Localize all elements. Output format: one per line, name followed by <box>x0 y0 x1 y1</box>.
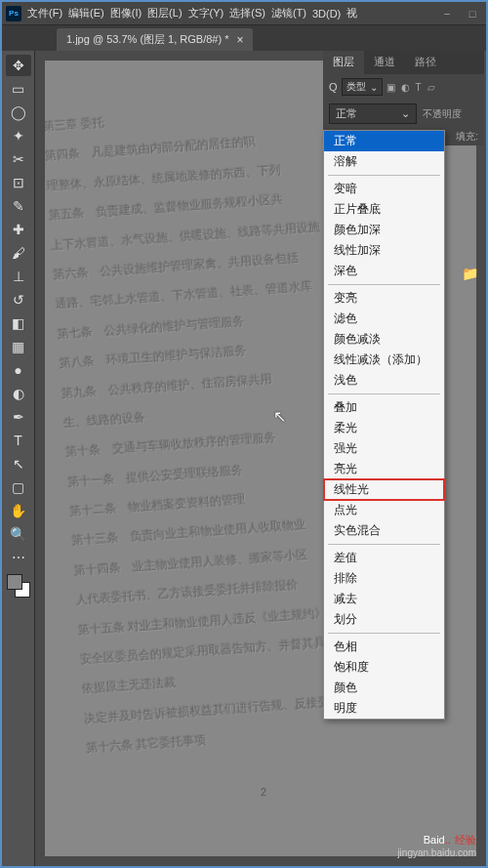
document-tabbar: 1.jpg @ 53.7% (图层 1, RGB/8#) * × <box>2 25 486 51</box>
blend-mode-option[interactable]: 减去 <box>324 589 444 609</box>
menu-3d[interactable]: 3D(D) <box>312 8 341 20</box>
wand-tool[interactable]: ✦ <box>6 125 31 146</box>
menu-view[interactable]: 视 <box>346 6 357 21</box>
blend-mode-option[interactable]: 正片叠底 <box>324 199 444 220</box>
blend-mode-dropdown: 正常溶解变暗正片叠底颜色加深线性加深深色变亮滤色颜色减淡线性减淡（添加）浅色叠加… <box>323 130 445 720</box>
blend-mode-option[interactable]: 变亮 <box>324 288 444 309</box>
maximize-button[interactable]: □ <box>463 8 482 20</box>
move-tool[interactable]: ✥ <box>6 55 31 76</box>
blend-mode-option[interactable]: 实色混合 <box>324 520 444 541</box>
menu-filter[interactable]: 滤镜(T) <box>271 6 306 21</box>
heal-tool[interactable]: ✚ <box>6 219 31 240</box>
tab-close-icon[interactable]: × <box>236 33 243 47</box>
blend-mode-option[interactable]: 强光 <box>324 438 444 459</box>
menu-layer[interactable]: 图层(L) <box>147 6 182 21</box>
blend-mode-option[interactable]: 颜色加深 <box>324 220 444 240</box>
menu-text[interactable]: 文字(Y) <box>188 6 224 21</box>
tools-toolbar: ✥ ▭ ◯ ✦ ✂ ⊡ ✎ ✚ 🖌 ⊥ ↺ ◧ ▦ ● ◐ ✒ T ↖ ▢ ✋ … <box>2 51 35 866</box>
watermark: Baid.. 经验 jingyan.baidu.com <box>397 830 476 858</box>
more-tools[interactable]: ⋯ <box>6 547 31 568</box>
blend-mode-option[interactable]: 溶解 <box>324 151 444 172</box>
blend-mode-option[interactable]: 线性减淡（添加） <box>324 350 444 370</box>
dropdown-separator <box>328 544 440 545</box>
color-swatch[interactable] <box>7 574 30 598</box>
layer-filter-dropdown[interactable]: 类型⌄ <box>342 78 383 96</box>
crop-tool[interactable]: ✂ <box>6 148 31 170</box>
filter-adjust-icon[interactable]: ◐ <box>401 82 410 93</box>
search-icon: Q <box>329 81 338 93</box>
filter-image-icon[interactable]: ▣ <box>386 82 395 93</box>
foreground-swatch[interactable] <box>7 574 22 590</box>
panel-tab-paths[interactable]: 路径 <box>405 51 446 74</box>
lasso-tool[interactable]: ◯ <box>6 102 31 123</box>
filter-type-icon[interactable]: T <box>416 82 422 93</box>
blend-mode-option[interactable]: 深色 <box>324 261 444 281</box>
hand-tool[interactable]: ✋ <box>6 500 31 521</box>
eyedropper-tool[interactable]: ✎ <box>6 195 31 217</box>
blend-mode-option[interactable]: 线性光 <box>324 479 444 500</box>
blend-mode-option[interactable]: 色相 <box>324 637 444 657</box>
blend-mode-option[interactable]: 饱和度 <box>324 657 444 678</box>
dropdown-separator <box>328 633 440 634</box>
blend-mode-option[interactable]: 柔光 <box>324 418 444 438</box>
marquee-tool[interactable]: ▭ <box>6 78 31 100</box>
history-brush-tool[interactable]: ↺ <box>6 289 31 310</box>
blend-mode-option[interactable]: 点光 <box>324 500 444 520</box>
fill-label: 填充: <box>456 130 478 144</box>
brush-tool[interactable]: 🖌 <box>6 242 31 264</box>
blend-mode-option[interactable]: 明度 <box>324 698 444 719</box>
page-number: 2 <box>261 786 266 798</box>
dropdown-separator <box>328 393 440 394</box>
menubar: Ps 文件(F) 编辑(E) 图像(I) 图层(L) 文字(Y) 选择(S) 滤… <box>2 2 486 25</box>
minimize-button[interactable]: − <box>437 8 457 20</box>
menu-select[interactable]: 选择(S) <box>229 6 265 21</box>
blend-mode-option[interactable]: 划分 <box>324 609 444 630</box>
blend-mode-option[interactable]: 差值 <box>324 548 444 568</box>
blend-mode-option[interactable]: 滤色 <box>324 309 444 329</box>
zoom-tool[interactable]: 🔍 <box>6 523 31 545</box>
blur-tool[interactable]: ● <box>6 359 31 381</box>
blend-mode-option[interactable]: 亮光 <box>324 459 444 479</box>
gradient-tool[interactable]: ▦ <box>6 336 31 357</box>
blend-mode-option[interactable]: 浅色 <box>324 370 444 391</box>
panel-tab-layers[interactable]: 图层 <box>323 51 364 74</box>
menu-file[interactable]: 文件(F) <box>27 6 62 21</box>
blend-mode-option[interactable]: 正常 <box>324 131 444 151</box>
pen-tool[interactable]: ✒ <box>6 406 31 428</box>
shape-tool[interactable]: ▢ <box>6 476 31 498</box>
blend-mode-option[interactable]: 叠加 <box>324 397 444 418</box>
tab-title: 1.jpg @ 53.7% (图层 1, RGB/8#) * <box>66 32 228 47</box>
stamp-tool[interactable]: ⊥ <box>6 266 31 287</box>
opacity-label: 不透明度 <box>423 107 462 121</box>
blend-mode-option[interactable]: 颜色减淡 <box>324 329 444 350</box>
frame-tool[interactable]: ⊡ <box>6 172 31 193</box>
filter-shape-icon[interactable]: ▱ <box>427 82 435 93</box>
dropdown-separator <box>328 284 440 285</box>
blend-mode-option[interactable]: 排除 <box>324 568 444 589</box>
panel-tab-channels[interactable]: 通道 <box>364 51 405 74</box>
dodge-tool[interactable]: ◐ <box>6 383 31 404</box>
blend-mode-option[interactable]: 颜色 <box>324 678 444 698</box>
document-tab[interactable]: 1.jpg @ 53.7% (图层 1, RGB/8#) * × <box>57 28 253 51</box>
blend-mode-option[interactable]: 线性加深 <box>324 240 444 261</box>
blend-mode-option[interactable]: 变暗 <box>324 179 444 199</box>
folder-icon[interactable]: 📁 <box>462 266 478 281</box>
menu-edit[interactable]: 编辑(E) <box>68 6 104 21</box>
app-logo: Ps <box>6 6 21 21</box>
type-tool[interactable]: T <box>6 430 31 451</box>
dropdown-separator <box>328 175 440 176</box>
menu-image[interactable]: 图像(I) <box>110 6 142 21</box>
eraser-tool[interactable]: ◧ <box>6 312 31 334</box>
path-tool[interactable]: ↖ <box>6 453 31 475</box>
blend-mode-select[interactable]: 正常⌄ <box>329 103 417 124</box>
cursor-icon: ↖ <box>273 407 286 426</box>
